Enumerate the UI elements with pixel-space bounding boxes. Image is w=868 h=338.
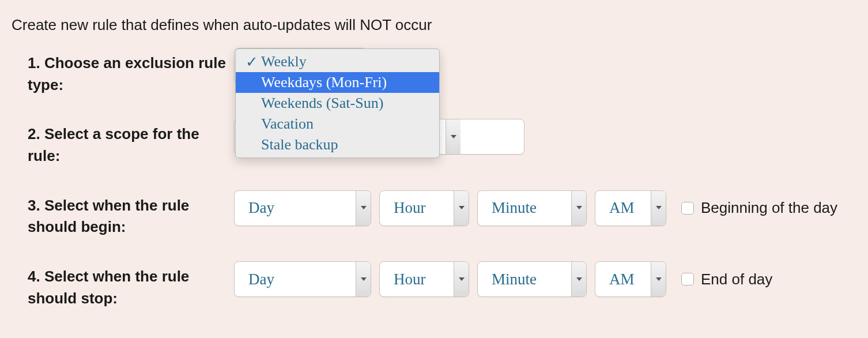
rule-type-menu-item[interactable]: ✓Weekly — [236, 51, 439, 72]
stop-hour-value: Hour — [380, 262, 454, 296]
begin-ampm-select[interactable]: AM — [595, 190, 666, 226]
stop-minute-value: Minute — [478, 262, 571, 296]
row-rule-type: 1. Choose an exclusion rule type: Weekly — [28, 48, 856, 96]
menu-item-label: Stale backup — [259, 136, 338, 153]
begin-checkbox-label: Beginning of the day — [701, 199, 837, 217]
menu-item-label: Weekdays (Mon-Fri) — [259, 74, 387, 91]
chevron-down-icon — [651, 191, 666, 226]
scope-label: 2. Select a scope for the rule: — [28, 119, 234, 167]
row-stop: 4. Select when the rule should stop: Day… — [28, 261, 856, 309]
rule-type-menu-item[interactable]: Vacation — [236, 114, 439, 134]
begin-ampm-value: AM — [595, 191, 651, 226]
rule-type-menu-item[interactable]: Stale backup — [236, 134, 439, 155]
row-begin: 3. Select when the rule should begin: Da… — [28, 190, 856, 238]
stop-label: 4. Select when the rule should stop: — [28, 261, 234, 309]
begin-minute-value: Minute — [478, 191, 571, 226]
menu-item-label: Weekly — [259, 53, 307, 70]
begin-label: 3. Select when the rule should begin: — [28, 190, 234, 238]
check-icon: ✓ — [245, 53, 259, 71]
stop-minute-select[interactable]: Minute — [477, 261, 587, 297]
stop-ampm-value: AM — [595, 262, 651, 296]
menu-item-label: Vacation — [259, 115, 314, 133]
begin-day-select[interactable]: Day — [234, 190, 371, 226]
begin-minute-select[interactable]: Minute — [477, 190, 587, 226]
chevron-down-icon — [651, 262, 666, 296]
chevron-down-icon — [571, 262, 586, 296]
stop-day-value: Day — [235, 262, 356, 296]
begin-day-value: Day — [235, 191, 356, 226]
chevron-down-icon — [454, 262, 469, 296]
rule-type-menu-item[interactable]: Weekdays (Mon-Fri) — [236, 72, 439, 93]
begin-hour-value: Hour — [380, 191, 454, 226]
chevron-down-icon — [356, 262, 371, 296]
begin-hour-select[interactable]: Hour — [379, 190, 469, 226]
rule-type-dropdown-menu: ✓WeeklyWeekdays (Mon-Fri)Weekends (Sat-S… — [235, 48, 440, 158]
stop-end-of-day-checkbox[interactable] — [681, 273, 694, 286]
rule-type-label: 1. Choose an exclusion rule type: — [28, 48, 234, 96]
menu-item-label: Weekends (Sat-Sun) — [259, 95, 383, 112]
page-heading: Create new rule that defines when auto-u… — [12, 16, 856, 34]
stop-ampm-select[interactable]: AM — [595, 261, 666, 297]
stop-checkbox-label: End of day — [701, 271, 772, 288]
row-scope: 2. Select a scope for the rule: oftware — [28, 119, 856, 167]
chevron-down-icon — [446, 119, 461, 154]
rule-type-menu-item[interactable]: Weekends (Sat-Sun) — [236, 93, 439, 114]
chevron-down-icon — [356, 191, 371, 226]
stop-day-select[interactable]: Day — [234, 261, 371, 297]
chevron-down-icon — [454, 191, 469, 226]
stop-hour-select[interactable]: Hour — [379, 261, 469, 297]
begin-beginning-of-day-checkbox[interactable] — [681, 202, 694, 215]
chevron-down-icon — [571, 191, 586, 226]
